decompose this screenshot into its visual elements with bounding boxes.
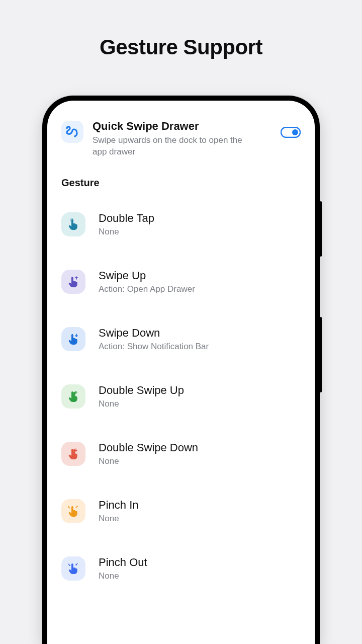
gesture-row-swipe-down[interactable]: Swipe Down Action: Show Notification Bar (61, 316, 301, 363)
gesture-row-tap[interactable]: Double Tap None (61, 202, 301, 248)
svg-point-1 (292, 129, 298, 135)
quick-swipe-toggle[interactable] (281, 127, 301, 138)
gesture-subtitle: None (99, 571, 301, 581)
gesture-row-two-down[interactable]: Double Swipe Down None (61, 431, 301, 477)
gesture-subtitle: None (99, 514, 301, 524)
feature-title: Quick Swipe Drawer (93, 120, 272, 133)
squiggle-icon (61, 121, 83, 143)
phone-side-button (320, 317, 322, 392)
swipe-up-icon (61, 270, 85, 294)
gesture-subtitle: None (99, 227, 301, 237)
gesture-title: Double Swipe Down (99, 441, 301, 454)
gesture-title: Swipe Up (99, 269, 301, 282)
pinch-in-icon (61, 499, 85, 523)
gesture-row-swipe-up[interactable]: Swipe Up Action: Open App Drawer (61, 259, 301, 305)
phone-mock: Quick Swipe Drawer Swipe upwards on the … (42, 96, 320, 644)
gesture-subtitle: None (99, 399, 301, 409)
tap-icon (61, 212, 85, 236)
gesture-subtitle: Action: Show Notification Bar (99, 342, 301, 352)
two-down-icon (61, 442, 85, 466)
feature-subtitle: Swipe upwards on the dock to open the ap… (93, 135, 243, 158)
quick-swipe-drawer-row[interactable]: Quick Swipe Drawer Swipe upwards on the … (61, 120, 301, 158)
gesture-title: Swipe Down (99, 327, 301, 340)
gesture-row-two-up[interactable]: Double Swipe Up None (61, 374, 301, 420)
phone-side-button (320, 201, 322, 257)
two-up-icon (61, 384, 85, 409)
gesture-title: Double Swipe Up (99, 384, 301, 397)
gesture-subtitle: None (99, 456, 301, 466)
gesture-subtitle: Action: Open App Drawer (99, 284, 301, 294)
gesture-row-pinch-in[interactable]: Pinch In None (61, 489, 301, 535)
swipe-down-icon (61, 327, 85, 351)
gesture-title: Double Tap (99, 212, 301, 225)
phone-screen: Quick Swipe Drawer Swipe upwards on the … (47, 101, 315, 644)
pinch-out-icon (61, 556, 85, 581)
section-label-gesture: Gesture (61, 177, 301, 189)
page-title: Gesture Support (0, 35, 362, 59)
gesture-list: Double Tap None Swipe Up Action: Open Ap… (61, 202, 301, 592)
gesture-row-pinch-out[interactable]: Pinch Out None (61, 546, 301, 592)
phone-frame: Quick Swipe Drawer Swipe upwards on the … (42, 96, 320, 644)
gesture-title: Pinch In (99, 499, 301, 512)
gesture-title: Pinch Out (99, 556, 301, 569)
